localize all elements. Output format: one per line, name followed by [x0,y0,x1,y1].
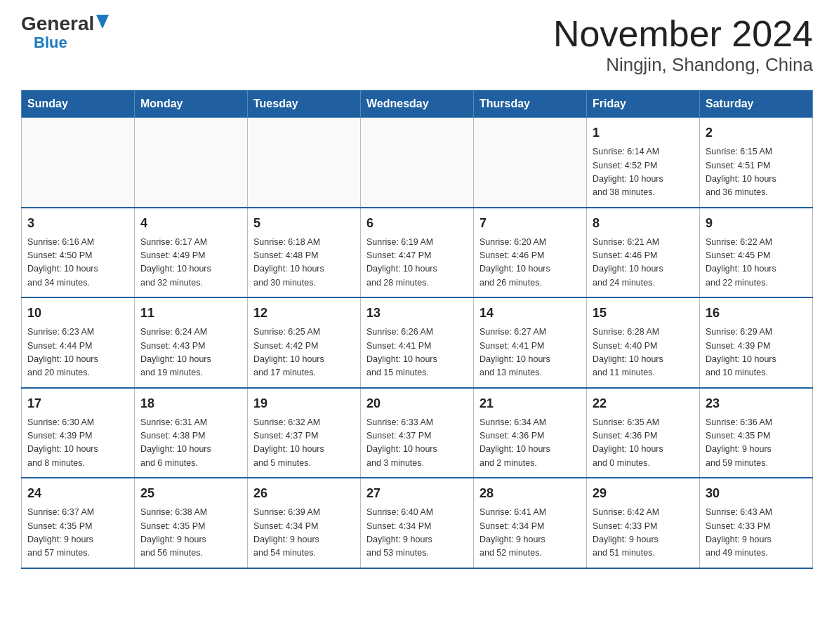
day-info: Sunrise: 6:24 AM Sunset: 4:43 PM Dayligh… [140,326,241,380]
day-info: Sunrise: 6:22 AM Sunset: 4:45 PM Dayligh… [706,236,807,290]
day-number: 28 [479,484,581,503]
day-info: Sunrise: 6:29 AM Sunset: 4:39 PM Dayligh… [706,326,807,380]
day-number: 25 [140,484,241,503]
calendar-cell [22,118,135,208]
day-header-wednesday: Wednesday [361,90,474,118]
calendar-cell: 4Sunrise: 6:17 AM Sunset: 4:49 PM Daylig… [135,208,248,298]
triangle-svg [96,15,109,29]
day-info: Sunrise: 6:23 AM Sunset: 4:44 PM Dayligh… [27,326,128,380]
calendar-cell: 14Sunrise: 6:27 AM Sunset: 4:41 PM Dayli… [474,297,587,388]
calendar-week-row: 17Sunrise: 6:30 AM Sunset: 4:39 PM Dayli… [22,388,813,478]
day-number: 1 [593,123,694,142]
calendar-cell: 8Sunrise: 6:21 AM Sunset: 4:46 PM Daylig… [587,208,700,298]
day-info: Sunrise: 6:41 AM Sunset: 4:34 PM Dayligh… [479,506,581,561]
day-info: Sunrise: 6:30 AM Sunset: 4:39 PM Dayligh… [27,416,128,471]
day-info: Sunrise: 6:38 AM Sunset: 4:35 PM Dayligh… [140,506,241,561]
day-number: 21 [479,394,581,413]
day-info: Sunrise: 6:39 AM Sunset: 4:34 PM Dayligh… [253,506,355,561]
day-number: 30 [706,484,807,503]
day-info: Sunrise: 6:36 AM Sunset: 4:35 PM Dayligh… [706,416,807,471]
day-info: Sunrise: 6:15 AM Sunset: 4:51 PM Dayligh… [706,145,807,200]
page-header: General Blue November 2024 Ningjin, Shan… [21,14,813,76]
calendar-cell: 11Sunrise: 6:24 AM Sunset: 4:43 PM Dayli… [135,297,248,388]
day-number: 18 [140,394,241,413]
day-number: 15 [593,304,694,323]
day-info: Sunrise: 6:16 AM Sunset: 4:50 PM Dayligh… [27,236,128,290]
calendar-header-row: SundayMondayTuesdayWednesdayThursdayFrid… [22,90,813,118]
day-info: Sunrise: 6:14 AM Sunset: 4:52 PM Dayligh… [593,145,694,200]
day-number: 19 [253,394,355,413]
calendar-cell: 15Sunrise: 6:28 AM Sunset: 4:40 PM Dayli… [587,297,700,388]
calendar-cell: 21Sunrise: 6:34 AM Sunset: 4:36 PM Dayli… [474,388,587,478]
day-number: 17 [27,394,128,413]
svg-marker-0 [96,15,109,29]
day-number: 20 [366,394,468,413]
day-number: 29 [593,484,694,503]
day-info: Sunrise: 6:35 AM Sunset: 4:36 PM Dayligh… [593,416,694,471]
calendar-cell: 22Sunrise: 6:35 AM Sunset: 4:36 PM Dayli… [587,388,700,478]
day-info: Sunrise: 6:27 AM Sunset: 4:41 PM Dayligh… [479,326,581,380]
day-info: Sunrise: 6:20 AM Sunset: 4:46 PM Dayligh… [479,236,581,290]
day-number: 3 [27,214,128,233]
calendar-title: November 2024 [553,14,813,54]
logo-general-text: General [21,14,94,34]
day-number: 23 [706,394,807,413]
day-header-monday: Monday [135,90,248,118]
day-number: 24 [27,484,128,503]
day-header-tuesday: Tuesday [248,90,361,118]
day-number: 10 [27,304,128,323]
day-info: Sunrise: 6:40 AM Sunset: 4:34 PM Dayligh… [366,506,468,561]
day-info: Sunrise: 6:33 AM Sunset: 4:37 PM Dayligh… [366,416,468,471]
day-number: 16 [706,304,807,323]
calendar-cell: 9Sunrise: 6:22 AM Sunset: 4:45 PM Daylig… [700,208,813,298]
day-info: Sunrise: 6:19 AM Sunset: 4:47 PM Dayligh… [366,236,468,290]
day-info: Sunrise: 6:21 AM Sunset: 4:46 PM Dayligh… [593,236,694,290]
day-number: 27 [366,484,468,503]
day-header-friday: Friday [587,90,700,118]
calendar-cell: 6Sunrise: 6:19 AM Sunset: 4:47 PM Daylig… [361,208,474,298]
day-header-thursday: Thursday [474,90,587,118]
calendar-cell: 12Sunrise: 6:25 AM Sunset: 4:42 PM Dayli… [248,297,361,388]
day-info: Sunrise: 6:31 AM Sunset: 4:38 PM Dayligh… [140,416,241,471]
calendar-week-row: 10Sunrise: 6:23 AM Sunset: 4:44 PM Dayli… [22,297,813,388]
day-info: Sunrise: 6:28 AM Sunset: 4:40 PM Dayligh… [593,326,694,380]
calendar-cell [135,118,248,208]
logo: General Blue [21,14,109,52]
day-number: 26 [253,484,355,503]
day-header-sunday: Sunday [22,90,135,118]
calendar-cell: 3Sunrise: 6:16 AM Sunset: 4:50 PM Daylig… [22,208,135,298]
day-number: 2 [706,123,807,142]
calendar-week-row: 1Sunrise: 6:14 AM Sunset: 4:52 PM Daylig… [22,118,813,208]
calendar-cell: 10Sunrise: 6:23 AM Sunset: 4:44 PM Dayli… [22,297,135,388]
calendar-cell: 20Sunrise: 6:33 AM Sunset: 4:37 PM Dayli… [361,388,474,478]
day-number: 14 [479,304,581,323]
day-info: Sunrise: 6:43 AM Sunset: 4:33 PM Dayligh… [706,506,807,561]
day-number: 12 [253,304,355,323]
day-info: Sunrise: 6:17 AM Sunset: 4:49 PM Dayligh… [140,236,241,290]
day-header-saturday: Saturday [700,90,813,118]
calendar-cell: 13Sunrise: 6:26 AM Sunset: 4:41 PM Dayli… [361,297,474,388]
day-info: Sunrise: 6:37 AM Sunset: 4:35 PM Dayligh… [27,506,128,561]
calendar-cell: 18Sunrise: 6:31 AM Sunset: 4:38 PM Dayli… [135,388,248,478]
calendar-cell: 24Sunrise: 6:37 AM Sunset: 4:35 PM Dayli… [22,478,135,568]
calendar-table: SundayMondayTuesdayWednesdayThursdayFrid… [21,90,813,569]
day-number: 5 [253,214,355,233]
calendar-cell: 26Sunrise: 6:39 AM Sunset: 4:34 PM Dayli… [248,478,361,568]
calendar-week-row: 3Sunrise: 6:16 AM Sunset: 4:50 PM Daylig… [22,208,813,298]
day-info: Sunrise: 6:18 AM Sunset: 4:48 PM Dayligh… [253,236,355,290]
logo-blue-text: Blue [34,34,67,52]
day-number: 11 [140,304,241,323]
day-number: 9 [706,214,807,233]
day-number: 6 [366,214,468,233]
calendar-cell: 29Sunrise: 6:42 AM Sunset: 4:33 PM Dayli… [587,478,700,568]
title-block: November 2024 Ningjin, Shandong, China [553,14,813,76]
day-info: Sunrise: 6:34 AM Sunset: 4:36 PM Dayligh… [479,416,581,471]
day-info: Sunrise: 6:26 AM Sunset: 4:41 PM Dayligh… [366,326,468,380]
day-number: 13 [366,304,468,323]
day-number: 22 [593,394,694,413]
calendar-cell: 7Sunrise: 6:20 AM Sunset: 4:46 PM Daylig… [474,208,587,298]
calendar-cell [361,118,474,208]
calendar-cell: 30Sunrise: 6:43 AM Sunset: 4:33 PM Dayli… [700,478,813,568]
calendar-subtitle: Ningjin, Shandong, China [553,54,813,76]
calendar-cell: 25Sunrise: 6:38 AM Sunset: 4:35 PM Dayli… [135,478,248,568]
